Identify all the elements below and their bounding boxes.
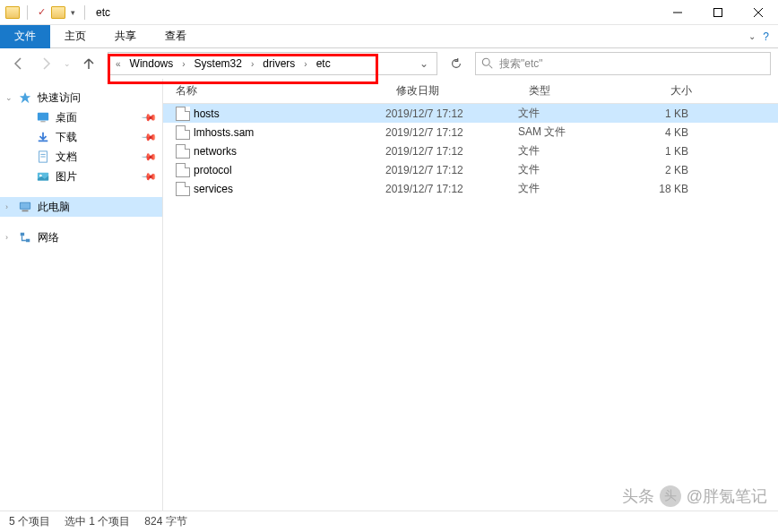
file-size: 1 KB [624,145,696,158]
sidebar: ⌄ 快速访问 桌面 📌 下载 📌 文档 📌 图片 📌 › 此电脑 [0,79,163,511]
recent-dropdown-icon[interactable]: ⌄ [61,52,73,75]
file-row[interactable]: hosts 2019/12/7 17:12 文件 1 KB [163,104,778,123]
chevron-right-icon[interactable]: › [5,233,8,242]
folder-icon [5,6,20,19]
svg-rect-6 [38,113,48,121]
file-name: services [194,183,385,195]
watermark-icon: 头 [660,485,681,507]
column-name[interactable]: 名称 [163,83,389,99]
pin-icon: 📌 [140,167,157,184]
ribbon: 文件 主页 共享 查看 ⌄ ? [0,25,778,48]
sidebar-item-pictures[interactable]: 图片 📌 [0,167,162,186]
file-icon [176,163,190,177]
column-type[interactable]: 类型 [522,83,627,99]
forward-button[interactable] [34,52,57,75]
column-headers: 名称 修改日期 类型 大小 [163,79,778,104]
pin-icon: 📌 [140,128,157,145]
pictures-icon [36,169,50,184]
ribbon-expand[interactable]: ⌄ ? [739,30,778,43]
up-button[interactable] [77,52,100,75]
breadcrumb-item[interactable]: Windows [126,56,177,72]
qat-dropdown-icon[interactable]: ▾ [69,8,77,17]
tab-file[interactable]: 文件 [0,25,50,48]
chevron-right-icon: › [300,59,310,69]
folder-icon[interactable] [51,6,65,19]
svg-rect-7 [40,121,45,122]
search-icon [481,57,494,70]
pin-icon: 📌 [140,108,157,125]
svg-line-5 [489,65,493,69]
file-name: lmhosts.sam [194,126,385,139]
file-date: 2019/12/7 17:12 [385,164,518,176]
document-icon [36,150,50,164]
window-title: etc [96,6,110,19]
sidebar-item-this-pc[interactable]: › 此电脑 [0,197,162,217]
svg-rect-16 [21,233,24,236]
file-list-area: 名称 修改日期 类型 大小 hosts 2019/12/7 17:12 文件 1… [163,79,778,511]
download-icon [36,130,50,144]
svg-rect-1 [713,8,722,16]
chevron-right-icon: › [247,59,257,69]
file-size: 18 KB [624,183,696,195]
tab-view[interactable]: 查看 [151,25,201,48]
check-icon[interactable]: ✓ [35,6,48,19]
file-type: SAM 文件 [518,124,624,140]
column-date[interactable]: 修改日期 [389,83,522,99]
file-size: 1 KB [624,107,696,120]
breadcrumb-item[interactable]: etc [313,56,334,72]
svg-rect-14 [21,203,30,209]
address-dropdown-icon[interactable]: ⌄ [415,57,433,70]
chevron-down-icon[interactable]: ⌄ [5,93,13,102]
file-row[interactable]: protocol 2019/12/7 17:12 文件 2 KB [163,160,778,179]
file-icon [176,107,190,121]
column-size[interactable]: 大小 [627,83,699,99]
sidebar-item-label: 网络 [38,230,59,245]
status-selected: 选中 1 个项目 [65,514,130,529]
back-button[interactable] [7,52,30,75]
sidebar-item-downloads[interactable]: 下载 📌 [0,127,162,147]
breadcrumb-item[interactable]: drivers [259,56,298,72]
file-type: 文件 [518,106,624,121]
breadcrumb-item[interactable]: System32 [191,56,246,72]
status-bar: 5 个项目 选中 1 个项目 824 字节 [0,511,778,532]
maximize-button[interactable] [697,0,738,25]
status-bytes: 824 字节 [144,514,186,529]
chevron-left-icon[interactable]: « [112,59,125,69]
chevron-right-icon[interactable]: › [5,202,8,211]
search-placeholder: 搜索"etc" [499,56,543,72]
tab-home[interactable]: 主页 [50,25,100,48]
refresh-button[interactable] [445,52,468,75]
sidebar-item-documents[interactable]: 文档 📌 [0,147,162,167]
sidebar-item-label: 文档 [56,150,77,165]
file-type: 文件 [518,181,624,196]
address-bar[interactable]: « Windows › System32 › drivers › etc ⌄ [108,52,437,75]
sidebar-item-desktop[interactable]: 桌面 📌 [0,107,162,127]
search-input[interactable]: 搜索"etc" [475,52,771,75]
sidebar-item-label: 此电脑 [38,200,70,215]
sidebar-item-label: 图片 [56,169,77,184]
tab-share[interactable]: 共享 [100,25,151,48]
computer-icon [18,200,32,214]
file-name: hosts [194,107,385,120]
file-icon [176,182,190,196]
window-controls [657,0,778,25]
navigation-bar: ⌄ « Windows › System32 › drivers › etc ⌄… [0,48,778,79]
watermark-prefix: 头条 [622,485,654,507]
file-row[interactable]: lmhosts.sam 2019/12/7 17:12 SAM 文件 4 KB [163,123,778,142]
sidebar-item-network[interactable]: › 网络 [0,227,162,247]
minimize-button[interactable] [657,0,697,25]
chevron-down-icon: ⌄ [748,31,756,41]
file-date: 2019/12/7 17:12 [385,145,518,158]
sidebar-item-label: 快速访问 [38,90,81,106]
file-date: 2019/12/7 17:12 [385,126,518,139]
watermark-text: @胖氪笔记 [687,485,767,507]
title-bar: ✓ ▾ etc [0,0,778,25]
help-icon[interactable]: ? [763,30,769,43]
sidebar-item-quick-access[interactable]: ⌄ 快速访问 [0,88,162,107]
network-icon [18,230,32,245]
file-row[interactable]: services 2019/12/7 17:12 文件 18 KB [163,179,778,198]
file-type: 文件 [518,143,624,159]
divider [27,5,28,20]
file-row[interactable]: networks 2019/12/7 17:12 文件 1 KB [163,142,778,160]
close-button[interactable] [738,0,778,25]
